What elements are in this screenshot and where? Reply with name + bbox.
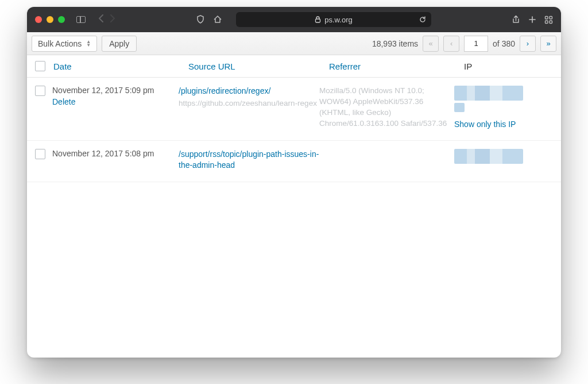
- row-checkbox[interactable]: [35, 149, 45, 159]
- row-source-url[interactable]: /plugins/redirection/regex/: [179, 86, 319, 97]
- next-page-button[interactable]: ›: [520, 36, 536, 52]
- first-page-button[interactable]: «: [423, 36, 439, 52]
- bulk-actions-label: Bulk Actions: [38, 39, 82, 48]
- svg-rect-2: [550, 16, 552, 19]
- list-toolbar: Bulk Actions ▲▼ Apply 18,993 items « ‹ o…: [27, 32, 561, 55]
- svg-rect-1: [546, 16, 548, 19]
- lock-icon: [315, 16, 321, 23]
- address-bar[interactable]: ps.w.org: [236, 12, 431, 27]
- list-content: Date Source URL Referrer IP November 12,…: [27, 55, 561, 358]
- row-date: November 12, 2017 5:09 pm: [52, 86, 179, 95]
- row-ip-redacted-extra: [454, 103, 465, 112]
- column-date[interactable]: Date: [53, 62, 188, 71]
- nav-controls: [98, 14, 115, 25]
- last-page-button[interactable]: »: [540, 36, 556, 52]
- privacy-shield-icon[interactable]: [196, 15, 205, 24]
- column-headers: Date Source URL Referrer IP: [27, 55, 561, 78]
- row-delete-link[interactable]: Delete: [52, 97, 75, 106]
- select-all-checkbox[interactable]: [35, 61, 45, 71]
- minimize-window-icon[interactable]: [47, 16, 53, 23]
- new-tab-icon[interactable]: [528, 16, 536, 24]
- column-ip: IP: [464, 62, 553, 71]
- tab-overview-icon[interactable]: [544, 16, 553, 24]
- reload-icon[interactable]: [419, 16, 427, 24]
- pagination: 18,993 items « ‹ of 380 › »: [372, 36, 556, 52]
- column-source-url[interactable]: Source URL: [188, 62, 329, 71]
- show-only-this-ip-link[interactable]: Show only this IP: [454, 120, 516, 129]
- share-icon[interactable]: [512, 15, 520, 24]
- titlebar: ps.w.org: [27, 7, 561, 32]
- svg-rect-0: [316, 19, 320, 22]
- svg-rect-4: [550, 21, 552, 24]
- page-number-input[interactable]: [464, 36, 488, 52]
- window-controls: [35, 16, 65, 23]
- column-referrer[interactable]: Referrer: [329, 62, 464, 71]
- svg-rect-3: [546, 21, 548, 24]
- sidebar-toggle-icon[interactable]: [76, 16, 86, 23]
- row-checkbox[interactable]: [35, 86, 45, 96]
- row-referrer: Mozilla/5.0 (Windows NT 10.0; WOW64) App…: [319, 86, 454, 129]
- apply-button-label: Apply: [109, 39, 129, 48]
- row-source-url[interactable]: /support/rss/topic/plugin-path-issues-in…: [179, 149, 319, 171]
- table-row: November 12, 2017 5:08 pm /support/rss/t…: [27, 141, 561, 182]
- row-date: November 12, 2017 5:08 pm: [52, 149, 179, 158]
- forward-icon[interactable]: [109, 14, 115, 25]
- row-ip-redacted: [454, 149, 523, 164]
- back-icon[interactable]: [98, 14, 105, 25]
- items-count: 18,993 items: [372, 39, 418, 48]
- address-bar-text: ps.w.org: [324, 16, 352, 24]
- row-ip-redacted: [454, 86, 523, 101]
- titlebar-right-buttons: [512, 15, 553, 24]
- apply-button[interactable]: Apply: [102, 36, 137, 52]
- titlebar-center-buttons: [196, 15, 222, 24]
- bulk-actions-select[interactable]: Bulk Actions ▲▼: [32, 36, 97, 52]
- close-window-icon[interactable]: [35, 16, 42, 23]
- home-icon[interactable]: [213, 15, 222, 24]
- select-stepper-icon: ▲▼: [86, 40, 91, 47]
- row-source-full: https://github.com/zeeshanu/learn-regex: [179, 98, 319, 109]
- table-row: November 12, 2017 5:09 pm Delete /plugin…: [27, 78, 561, 141]
- fullscreen-window-icon[interactable]: [58, 16, 65, 23]
- total-pages-text: of 380: [493, 39, 515, 48]
- prev-page-button[interactable]: ‹: [443, 36, 459, 52]
- browser-window: ps.w.org Bulk Actions ▲: [27, 7, 561, 358]
